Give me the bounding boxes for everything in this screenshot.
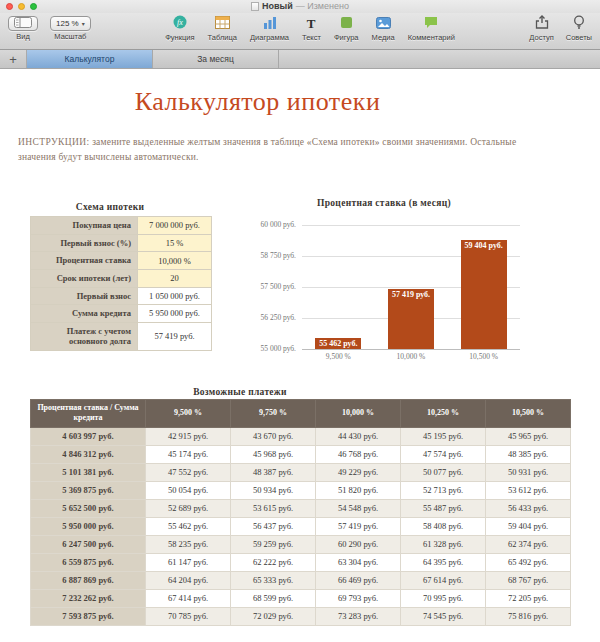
payments-cell[interactable]: 68 767 руб. — [486, 571, 571, 589]
payments-cell[interactable]: 73 283 руб. — [316, 607, 401, 625]
payments-cell[interactable]: 58 235 руб. — [146, 535, 231, 553]
add-sheet-button[interactable]: + — [0, 50, 27, 68]
scheme-row-label[interactable]: Процентная ставка — [31, 252, 138, 270]
payments-cell[interactable]: 50 934 руб. — [231, 481, 316, 499]
payments-cell[interactable]: 59 404 руб. — [486, 517, 571, 535]
payments-cell[interactable]: 51 820 руб. — [316, 481, 401, 499]
payments-cell[interactable]: 67 414 руб. — [146, 589, 231, 607]
payments-cell[interactable]: 53 612 руб. — [486, 481, 571, 499]
function-button[interactable]: fx — [173, 16, 187, 32]
scheme-row-value[interactable]: 1 050 000 руб. — [138, 287, 212, 305]
payments-cell[interactable]: 72 029 руб. — [231, 607, 316, 625]
scheme-row-value[interactable]: 7 000 000 руб. — [138, 217, 212, 235]
payments-cell[interactable]: 50 054 руб. — [146, 481, 231, 499]
payments-cell[interactable]: 44 430 руб. — [316, 427, 401, 445]
payments-row-label[interactable]: 4 846 312 руб. — [31, 445, 146, 463]
payments-cell[interactable]: 74 545 руб. — [401, 607, 486, 625]
payments-cell[interactable]: 70 785 руб. — [146, 607, 231, 625]
payments-cell[interactable]: 61 147 руб. — [146, 553, 231, 571]
payments-cell[interactable]: 55 462 руб. — [146, 517, 231, 535]
scheme-row-label[interactable]: Покупная цена — [31, 217, 138, 235]
payments-cell[interactable]: 50 931 руб. — [486, 463, 571, 481]
payments-cell[interactable]: 42 915 руб. — [146, 427, 231, 445]
payments-cell[interactable]: 45 968 руб. — [231, 445, 316, 463]
payments-cell[interactable]: 56 437 руб. — [231, 517, 316, 535]
payments-row-label[interactable]: 5 369 875 руб. — [31, 481, 146, 499]
payments-cell[interactable]: 70 995 руб. — [401, 589, 486, 607]
payments-cell[interactable]: 48 387 руб. — [231, 463, 316, 481]
payments-header-cell[interactable]: 10,000 % — [316, 400, 401, 428]
payments-row-label[interactable]: 5 652 500 руб. — [31, 499, 146, 517]
payments-cell[interactable]: 45 965 руб. — [486, 427, 571, 445]
payments-row-label[interactable]: 7 232 262 руб. — [31, 589, 146, 607]
payments-row-label[interactable]: 4 603 997 руб. — [31, 427, 146, 445]
chart-button[interactable] — [263, 16, 277, 32]
tab-calculator[interactable]: Калькулятор — [27, 50, 153, 68]
payments-cell[interactable]: 56 433 руб. — [486, 499, 571, 517]
payments-cell[interactable]: 75 816 руб. — [486, 607, 571, 625]
scheme-row-label[interactable]: Платеж с учетом основного долга — [31, 322, 138, 350]
payments-cell[interactable]: 53 615 руб. — [231, 499, 316, 517]
payments-cell[interactable]: 45 174 руб. — [146, 445, 231, 463]
payments-header-cell[interactable]: 9,750 % — [231, 400, 316, 428]
payments-cell[interactable]: 59 259 руб. — [231, 535, 316, 553]
media-button[interactable] — [376, 16, 391, 32]
scheme-row-label[interactable]: Срок ипотеки (лет) — [31, 269, 138, 287]
payments-row-label[interactable]: 6 247 500 руб. — [31, 535, 146, 553]
tips-button[interactable] — [573, 16, 585, 32]
tab-monthly[interactable]: За месяц — [153, 50, 279, 68]
scheme-row-label[interactable]: Сумма кредита — [31, 305, 138, 323]
payments-header-cell[interactable]: 10,250 % — [401, 400, 486, 428]
payments-row-label[interactable]: 7 593 875 руб. — [31, 607, 146, 625]
payments-cell[interactable]: 52 689 руб. — [146, 499, 231, 517]
payments-cell[interactable]: 54 548 руб. — [316, 499, 401, 517]
text-button[interactable]: T — [305, 16, 317, 32]
table-button[interactable] — [215, 16, 230, 32]
minimize-button[interactable] — [18, 3, 25, 10]
payments-cell[interactable]: 69 793 руб. — [316, 589, 401, 607]
payments-cell[interactable]: 58 408 руб. — [401, 517, 486, 535]
payments-cell[interactable]: 47 574 руб. — [401, 445, 486, 463]
scheme-row-value[interactable]: 10,000 % — [138, 252, 212, 270]
payments-cell[interactable]: 50 077 руб. — [401, 463, 486, 481]
scheme-row-value[interactable]: 57 419 руб. — [138, 322, 212, 350]
payments-cell[interactable]: 52 713 руб. — [401, 481, 486, 499]
payments-cell[interactable]: 63 304 руб. — [316, 553, 401, 571]
view-button[interactable] — [8, 16, 38, 31]
payments-row-label[interactable]: 5 950 000 руб. — [31, 517, 146, 535]
payments-cell[interactable]: 72 205 руб. — [486, 589, 571, 607]
payments-cell[interactable]: 47 552 руб. — [146, 463, 231, 481]
scheme-row-value[interactable]: 20 — [138, 269, 212, 287]
payments-cell[interactable]: 67 614 руб. — [401, 571, 486, 589]
scheme-row-label[interactable]: Первый взнос (%) — [31, 234, 138, 252]
payments-cell[interactable]: 55 487 руб. — [401, 499, 486, 517]
payments-cell[interactable]: 68 599 руб. — [231, 589, 316, 607]
payments-header-cell[interactable]: Процентная ставка / Сумма кредита — [31, 400, 146, 428]
payments-cell[interactable]: 57 419 руб. — [316, 517, 401, 535]
payments-cell[interactable]: 64 204 руб. — [146, 571, 231, 589]
payments-row-label[interactable]: 5 101 381 руб. — [31, 463, 146, 481]
close-button[interactable] — [6, 3, 13, 10]
payments-cell[interactable]: 62 222 руб. — [231, 553, 316, 571]
shape-button[interactable] — [340, 16, 353, 32]
payments-cell[interactable]: 60 290 руб. — [316, 535, 401, 553]
payments-cell[interactable]: 49 229 руб. — [316, 463, 401, 481]
scheme-row-value[interactable]: 5 950 000 руб. — [138, 305, 212, 323]
interest-rate-chart[interactable]: 60 000 руб.58 750 руб.57 500 руб.56 250 … — [244, 219, 524, 367]
share-button[interactable] — [535, 16, 549, 32]
payments-cell[interactable]: 65 492 руб. — [486, 553, 571, 571]
comment-button[interactable] — [424, 16, 438, 32]
payments-header-cell[interactable]: 10,500 % — [486, 400, 571, 428]
payments-header-cell[interactable]: 9,500 % — [146, 400, 231, 428]
payments-cell[interactable]: 43 670 руб. — [231, 427, 316, 445]
payments-cell[interactable]: 65 333 руб. — [231, 571, 316, 589]
payments-cell[interactable]: 61 328 руб. — [401, 535, 486, 553]
fullscreen-button[interactable] — [30, 3, 37, 10]
payments-row-label[interactable]: 6 887 869 руб. — [31, 571, 146, 589]
payments-cell[interactable]: 66 469 руб. — [316, 571, 401, 589]
zoom-dropdown[interactable]: 125 % ▾ — [50, 16, 91, 31]
payments-row-label[interactable]: 6 559 875 руб. — [31, 553, 146, 571]
scheme-row-label[interactable]: Первый взнос — [31, 287, 138, 305]
document-canvas[interactable]: Калькулятор ипотеки ИНСТРУКЦИИ: замените… — [0, 69, 600, 642]
payments-cell[interactable]: 64 395 руб. — [401, 553, 486, 571]
